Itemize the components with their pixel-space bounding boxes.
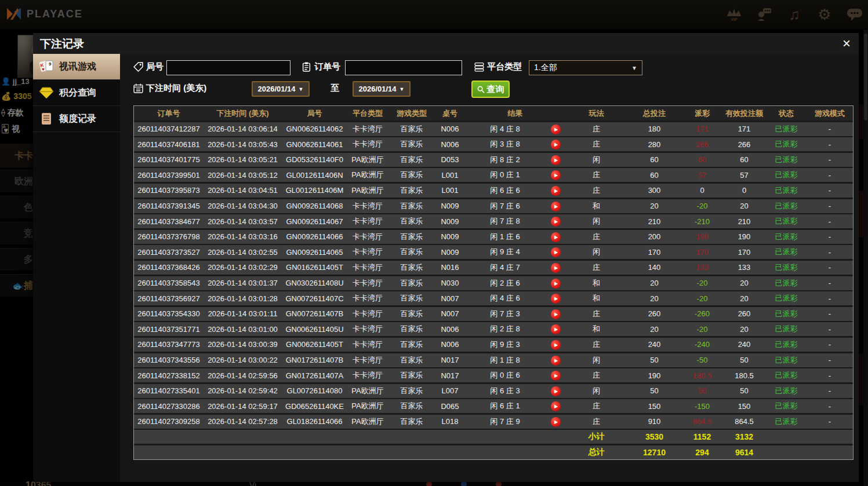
valid-bet-cell: 50	[722, 356, 766, 364]
status-cell: 已派彩	[766, 370, 807, 381]
round-number-label: 局号	[133, 61, 164, 72]
time-cell: 2026-01-14 02:59:17	[204, 402, 282, 411]
payout-cell: -150	[682, 402, 722, 411]
round-cell: GL00726114080	[282, 386, 347, 395]
game-type-cell: 百家乐	[388, 185, 435, 196]
replay-button[interactable]: ▶	[551, 263, 561, 273]
play-cell: 庄	[566, 139, 627, 149]
time-cell: 2026-01-14 03:04:30	[204, 202, 282, 210]
bet-cell: 60	[627, 155, 682, 164]
valid-bet-cell: 20	[722, 294, 766, 303]
bet-cell: 20	[627, 279, 682, 287]
replay-button[interactable]: ▶	[551, 309, 561, 319]
table-cell: N009	[435, 232, 464, 241]
replay-button[interactable]: ▶	[551, 386, 561, 396]
order-cell: 260114037373527	[134, 248, 204, 257]
round-number-input[interactable]	[166, 60, 290, 75]
bet-time-label: 下注时间 (美东)	[133, 83, 206, 94]
date-to-select[interactable]: 2026/01/14▼	[353, 81, 411, 97]
valid-bet-cell: 171	[722, 125, 766, 133]
valid-bet-cell: 150	[722, 402, 766, 411]
platform-cell: PA欧洲厅	[347, 155, 388, 165]
replay-button[interactable]: ▶	[551, 125, 561, 134]
tab-label: 额度记录	[59, 113, 96, 125]
mode-cell: -	[807, 155, 853, 164]
result-cell: 闲 6 庄 6	[464, 185, 546, 196]
platform-type-select[interactable]: 1.全部 ▼	[529, 60, 642, 75]
order-number-input[interactable]	[345, 60, 462, 75]
platform-cell: 卡卡湾厅	[347, 293, 388, 304]
time-cell: 2026-01-14 02:57:28	[204, 417, 282, 426]
time-cell: 2026-01-14 03:00:39	[204, 340, 282, 349]
column-header: 结果	[464, 108, 566, 119]
bet-cell: 60	[627, 171, 682, 180]
table-row: 2601140273354012026-01-14 02:59:42GL0072…	[134, 384, 853, 398]
result-cell: 闲 6 庄 1	[464, 401, 546, 411]
replay-button[interactable]: ▶	[551, 202, 561, 211]
payout-cell: -50	[682, 356, 722, 364]
tag-icon	[133, 62, 143, 72]
dialog-titlebar: 下注记录 ×	[33, 33, 859, 54]
order-cell: 260114027330286	[134, 402, 204, 411]
result-cell: 闲 7 庄 9	[464, 416, 546, 427]
table-row: 2601140273302862026-01-14 02:59:17GD0652…	[134, 399, 853, 413]
column-header: 订单号	[134, 108, 204, 119]
replay-button[interactable]: ▶	[551, 247, 561, 257]
cards-icon: K ♥ 9	[39, 60, 54, 74]
replay-button[interactable]: ▶	[551, 170, 561, 180]
mode-cell: -	[807, 371, 853, 380]
replay-button[interactable]: ▶	[551, 324, 561, 334]
replay-button[interactable]: ▶	[551, 401, 561, 411]
bet-cell: 260	[627, 309, 682, 318]
search-button[interactable]: 查询	[471, 81, 510, 98]
platform-cell: 卡卡湾厅	[347, 309, 388, 319]
platform-cell: 卡卡湾厅	[347, 232, 388, 242]
time-cell: 2026-01-14 03:01:37	[204, 279, 282, 287]
table-row: 2601140373995012026-01-14 03:05:12GL0012…	[134, 168, 853, 182]
table-cell: L001	[435, 171, 464, 180]
replay-button[interactable]: ▶	[551, 417, 561, 427]
tab-video-games[interactable]: K ♥ 9 视讯游戏	[33, 54, 120, 80]
replay-button[interactable]: ▶	[551, 140, 561, 149]
table-body: 2601140374122872026-01-14 03:06:14GN0062…	[134, 122, 853, 429]
replay-button[interactable]: ▶	[551, 356, 561, 366]
status-cell: 已派彩	[766, 139, 807, 149]
mode-cell: -	[807, 417, 853, 426]
game-type-cell: 百家乐	[388, 324, 435, 334]
play-cell: 闲	[566, 355, 627, 366]
tab-points-query[interactable]: 积分查询	[33, 80, 120, 106]
replay-cell: ▶	[546, 278, 566, 288]
table-cell: N030	[435, 279, 464, 287]
replay-button[interactable]: ▶	[551, 340, 561, 350]
calendar-icon	[133, 83, 143, 93]
valid-bet-cell: 210	[722, 217, 766, 226]
close-icon[interactable]: ×	[842, 35, 851, 52]
table-cell: N007	[435, 294, 464, 303]
replay-button[interactable]: ▶	[551, 155, 561, 165]
replay-button[interactable]: ▶	[551, 371, 561, 381]
order-cell: 260114037399501	[134, 171, 204, 180]
mode-cell: -	[807, 217, 853, 226]
payout-cell: 170	[682, 248, 722, 257]
replay-button[interactable]: ▶	[551, 232, 561, 242]
game-type-cell: 百家乐	[388, 201, 435, 211]
play-cell: 庄	[566, 185, 627, 196]
platform-selected-value: 1.全部	[534, 63, 557, 73]
bet-cell: 280	[627, 140, 682, 149]
replay-button[interactable]: ▶	[551, 294, 561, 304]
result-cell: 闲 0 庄 6	[464, 370, 546, 381]
order-cell: 260114037356927	[134, 294, 204, 303]
replay-button[interactable]: ▶	[551, 186, 561, 196]
column-header: 派彩	[682, 108, 722, 119]
date-from-select[interactable]: 2026/01/14▼	[252, 81, 310, 97]
subtotal-valid: 3132	[722, 432, 766, 441]
replay-cell: ▶	[546, 401, 566, 411]
replay-button[interactable]: ▶	[551, 217, 561, 226]
tab-credit-records[interactable]: 额度记录	[33, 106, 120, 132]
column-header: 有效投注额	[722, 108, 766, 119]
replay-button[interactable]: ▶	[551, 279, 561, 288]
order-cell: 260114037412287	[134, 125, 204, 133]
platform-cell: PA欧洲厅	[347, 401, 388, 411]
time-cell: 2026-01-14 03:02:29	[204, 263, 282, 272]
game-type-cell: 百家乐	[388, 293, 435, 304]
